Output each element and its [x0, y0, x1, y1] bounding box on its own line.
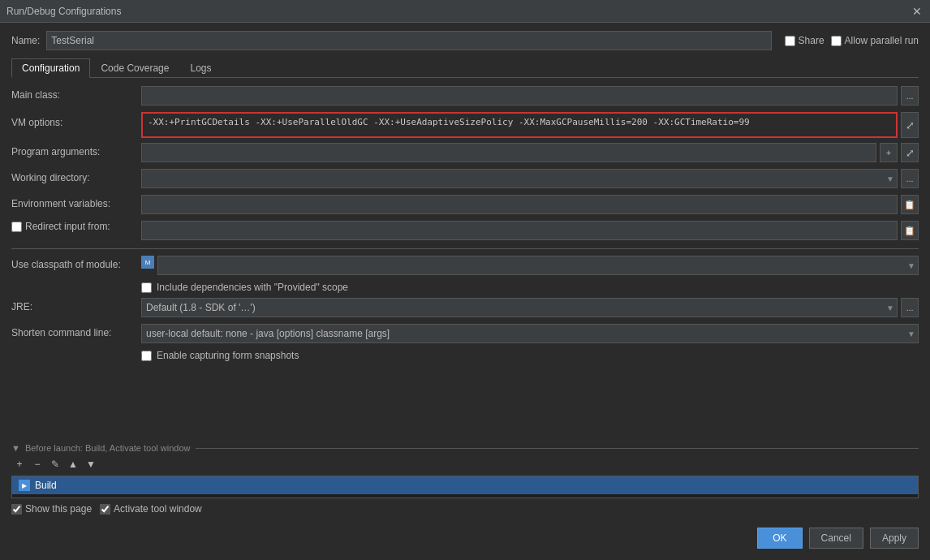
allow-parallel-checkbox-label[interactable]: Allow parallel run	[831, 35, 919, 46]
tab-logs[interactable]: Logs	[179, 58, 222, 78]
redirect-input-row: Redirect input from: 📋	[11, 221, 919, 242]
include-dependencies-label: Include dependencies with "Provided" sco…	[157, 282, 348, 293]
jre-label: JRE:	[11, 298, 141, 312]
separator-1	[11, 248, 919, 249]
activate-tool-window-text: Activate tool window	[114, 503, 202, 515]
vm-options-control: -XX:+PrintGCDetails -XX:+UseParallelOldG…	[141, 112, 919, 138]
name-row: Name: Share Allow parallel run	[11, 31, 919, 50]
share-checkbox[interactable]	[785, 36, 795, 46]
classpath-module-select[interactable]	[157, 256, 919, 275]
launch-up-button[interactable]: ▲	[65, 456, 81, 472]
jre-row: JRE: Default (1.8 - SDK of '…') ▼ ...	[11, 298, 919, 319]
launch-edit-button[interactable]: ✎	[47, 456, 63, 472]
redirect-input-checkbox[interactable]	[11, 222, 22, 232]
before-launch-title: Before launch: Build, Activate tool wind…	[25, 443, 191, 453]
before-launch-section: ▼ Before launch: Build, Activate tool wi…	[11, 443, 919, 521]
tabs: Configuration Code Coverage Logs	[11, 58, 919, 78]
share-checkbox-label[interactable]: Share	[785, 35, 825, 46]
vm-options-expand-button[interactable]: ⤢	[901, 112, 919, 138]
tab-configuration[interactable]: Configuration	[11, 58, 90, 78]
dialog-content: Name: Share Allow parallel run Configura…	[0, 23, 930, 560]
title-bar: Run/Debug Configurations ✕	[0, 0, 930, 23]
shorten-command-line-row: Shorten command line: user-local default…	[11, 324, 919, 345]
working-directory-row: Working directory: ▼ ...	[11, 169, 919, 190]
title-bar-text: Run/Debug Configurations	[6, 6, 121, 17]
main-class-label: Main class:	[11, 86, 141, 101]
show-this-page-checkbox[interactable]	[11, 504, 22, 515]
classpath-module-row: Use classpath of module: M ▼	[11, 256, 919, 277]
program-arguments-plus-button[interactable]: +	[880, 143, 898, 162]
form-area: Main class: ... VM options: -XX:+PrintGC…	[11, 86, 919, 438]
launch-add-button[interactable]: +	[11, 456, 28, 472]
launch-remove-button[interactable]: −	[29, 456, 45, 472]
main-class-browse-button[interactable]: ...	[901, 86, 919, 106]
bottom-options: Show this page Activate tool window	[11, 503, 919, 515]
before-launch-line	[196, 448, 919, 449]
working-directory-control: ▼ ...	[141, 169, 919, 188]
redirect-input-label: Redirect input from:	[11, 221, 141, 232]
classpath-module-label: Use classpath of module:	[11, 256, 141, 270]
include-dependencies-checkbox[interactable]	[141, 282, 152, 293]
environment-variables-row: Environment variables: 📋	[11, 195, 919, 216]
tab-code-coverage[interactable]: Code Coverage	[90, 58, 179, 78]
dialog-footer: OK Cancel Apply	[11, 521, 919, 552]
main-class-row: Main class: ...	[11, 86, 919, 107]
environment-variables-label: Environment variables:	[11, 195, 141, 209]
jre-control: Default (1.8 - SDK of '…') ▼ ...	[141, 298, 919, 317]
classpath-module-control: M ▼	[141, 256, 919, 275]
enable-capturing-label: Enable capturing form snapshots	[157, 350, 299, 361]
before-launch-header: ▼ Before launch: Build, Activate tool wi…	[11, 443, 919, 453]
show-this-page-label[interactable]: Show this page	[11, 503, 92, 515]
share-label: Share	[799, 35, 825, 46]
environment-variables-browse-button[interactable]: 📋	[901, 195, 919, 214]
ok-button[interactable]: OK	[757, 528, 802, 549]
working-directory-input[interactable]	[141, 169, 898, 188]
name-label: Name:	[11, 35, 40, 46]
shorten-command-line-select[interactable]: user-local default: none - java [options…	[141, 324, 919, 343]
program-arguments-control: + ⤢	[141, 143, 919, 162]
enable-capturing-row: Enable capturing form snapshots	[11, 350, 919, 361]
working-directory-label: Working directory:	[11, 169, 141, 183]
module-icon: M	[141, 256, 154, 269]
shorten-command-line-label: Shorten command line:	[11, 324, 141, 338]
redirect-input-input[interactable]	[141, 221, 898, 240]
allow-parallel-label: Allow parallel run	[845, 35, 919, 46]
name-input[interactable]	[46, 31, 771, 50]
activate-tool-window-label[interactable]: Activate tool window	[100, 503, 202, 515]
activate-tool-window-checkbox[interactable]	[100, 504, 110, 515]
vm-options-row: VM options: -XX:+PrintGCDetails -XX:+Use…	[11, 112, 919, 138]
allow-parallel-checkbox[interactable]	[831, 36, 842, 46]
build-label: Build	[35, 480, 57, 491]
redirect-input-control: 📋	[141, 221, 919, 240]
program-arguments-row: Program arguments: + ⤢	[11, 143, 919, 164]
build-icon: ▶	[19, 480, 30, 491]
shorten-command-line-control: user-local default: none - java [options…	[141, 324, 919, 343]
close-icon[interactable]: ✕	[911, 5, 924, 18]
launch-down-button[interactable]: ▼	[83, 456, 99, 472]
jre-browse-button[interactable]: ...	[901, 298, 919, 317]
program-arguments-label: Program arguments:	[11, 143, 141, 157]
launch-list: ▶ Build	[11, 476, 919, 498]
environment-variables-input[interactable]	[141, 195, 898, 214]
enable-capturing-checkbox[interactable]	[141, 351, 152, 361]
redirect-input-browse-button[interactable]: 📋	[901, 221, 919, 240]
vm-options-input[interactable]: -XX:+PrintGCDetails -XX:+UseParallelOldG…	[141, 112, 898, 138]
environment-variables-control: 📋	[141, 195, 919, 214]
jre-select[interactable]: Default (1.8 - SDK of '…')	[141, 298, 898, 317]
show-this-page-text: Show this page	[25, 503, 92, 515]
program-arguments-expand-button[interactable]: ⤢	[901, 143, 919, 162]
list-item[interactable]: ▶ Build	[12, 476, 918, 494]
cancel-button[interactable]: Cancel	[809, 528, 863, 549]
name-right: Share Allow parallel run	[785, 35, 919, 46]
main-class-control: ...	[141, 86, 919, 106]
include-dependencies-row: Include dependencies with "Provided" sco…	[11, 282, 919, 293]
main-class-input[interactable]	[141, 86, 898, 106]
program-arguments-input[interactable]	[141, 143, 876, 162]
launch-toolbar: + − ✎ ▲ ▼	[11, 456, 919, 472]
apply-button[interactable]: Apply	[870, 528, 919, 549]
working-directory-browse-button[interactable]: ...	[901, 169, 919, 188]
vm-options-label: VM options:	[11, 112, 141, 128]
